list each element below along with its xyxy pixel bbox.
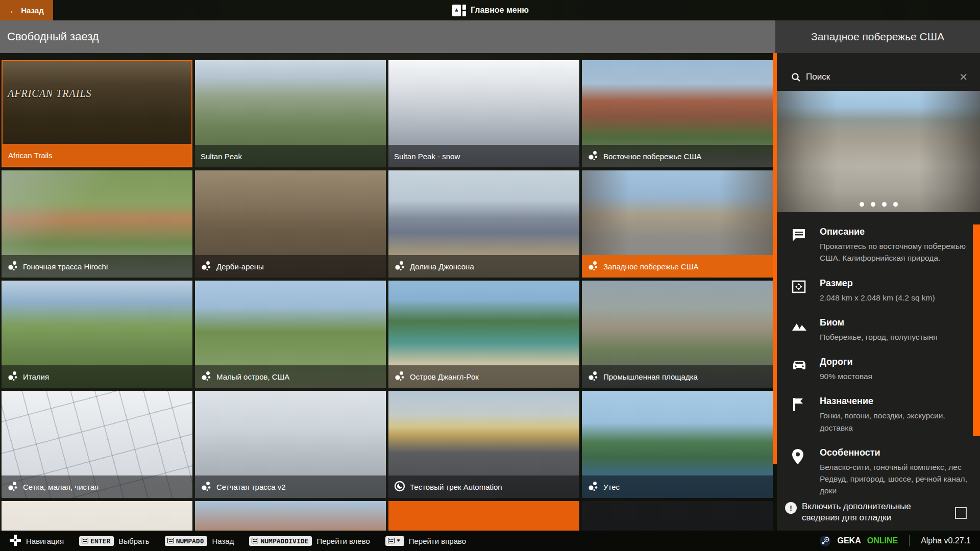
level-name: Восточное побережье США <box>603 152 701 161</box>
info-section-описание: ОписаниеПрокатитесь по восточному побере… <box>791 227 970 264</box>
level-preview-image <box>777 91 980 212</box>
search-icon <box>791 72 801 82</box>
level-tile[interactable]: Западное побережье США <box>582 170 773 278</box>
hint-label: Перейти вправо <box>409 537 467 545</box>
level-tile[interactable] <box>195 501 386 531</box>
page-title-bar: Свободный заезд <box>0 20 775 53</box>
pin-icon <box>791 447 807 497</box>
carousel-dot[interactable] <box>871 202 875 207</box>
spawn-nodes-icon <box>201 481 212 493</box>
level-label-bar: Sultan Peak <box>195 145 386 167</box>
car-icon <box>791 357 807 382</box>
debug-info-toggle[interactable]: ! Включить дополнительные сведения для о… <box>785 501 972 524</box>
level-tile[interactable]: Утес <box>582 391 773 498</box>
level-name: Дерби-арены <box>216 262 264 271</box>
keyboard-icon <box>388 537 395 545</box>
level-label-bar: Промышленная площадка <box>582 365 773 388</box>
level-tile[interactable] <box>388 501 579 531</box>
close-icon[interactable]: ✕ <box>959 71 968 83</box>
automation-icon <box>394 481 405 493</box>
level-name: Sultan Peak <box>201 152 242 161</box>
search-input[interactable]: Поиск ✕ <box>791 68 968 86</box>
level-label-bar: Италия <box>2 365 192 388</box>
bottom-hint-bar: НавигацияENTERВыбратьNUMPAD0НазадNUMPADD… <box>0 531 980 551</box>
level-label-bar: Гоночная трасса Hirochi <box>2 255 192 278</box>
level-tile[interactable]: Гоночная трасса Hirochi <box>2 170 192 278</box>
level-tile[interactable]: Малый остров, США <box>195 281 386 388</box>
level-tile[interactable]: Сетчатая трасса v2 <box>195 391 386 498</box>
chat-icon <box>791 227 807 264</box>
flag-icon <box>791 396 807 434</box>
carousel-dot[interactable] <box>893 202 898 207</box>
preview-carousel-dots[interactable] <box>777 202 980 207</box>
level-name: Остров Джангл-Рок <box>410 372 479 381</box>
level-tile[interactable] <box>582 501 773 531</box>
panel-accent-stripe <box>773 53 777 464</box>
level-label-bar: Дерби-арены <box>195 255 386 278</box>
debug-checkbox[interactable] <box>955 507 967 519</box>
level-tile[interactable] <box>2 501 192 531</box>
thumbnail-overlay-text: AFRICAN TRAILS <box>8 88 92 99</box>
hint-перейти-вправо: *Перейти вправо <box>385 536 466 546</box>
steam-icon <box>819 535 831 547</box>
level-tile[interactable]: Промышленная площадка <box>582 281 773 388</box>
level-name: Италия <box>23 372 49 381</box>
back-label: Назад <box>21 6 43 15</box>
level-name: Sultan Peak - snow <box>394 152 460 161</box>
level-tile[interactable]: Sultan Peak <box>195 60 386 167</box>
key-badge: ENTER <box>79 536 114 546</box>
section-text: 90% мостовая <box>820 370 872 382</box>
mountains-icon <box>791 317 807 343</box>
level-label-bar: Долина Джонсона <box>388 255 579 278</box>
selected-level-title-bar: Западное побережье США <box>775 20 980 53</box>
section-text: Беласко-сити, гоночный комплекс, лес Ред… <box>820 461 968 497</box>
level-tile[interactable]: Остров Джангл-Рок <box>388 281 579 388</box>
main-menu-icon: ★ <box>452 5 466 16</box>
level-tile[interactable]: Восточное побережье США <box>582 60 773 167</box>
section-text: Прокатитесь по восточному побережью США.… <box>820 240 968 264</box>
level-tile[interactable]: Тестовый трек Automation <box>388 391 579 498</box>
hint-label: Выбрать <box>118 537 149 545</box>
search-placeholder: Поиск <box>806 72 954 82</box>
section-title: Особенности <box>820 447 968 458</box>
spawn-nodes-icon <box>394 260 405 273</box>
exclamation-icon: ! <box>785 502 797 514</box>
carousel-dot[interactable] <box>882 202 887 207</box>
level-name: African Trails <box>8 151 53 160</box>
spawn-nodes-icon <box>201 370 212 383</box>
info-section-размер: Размер2.048 km x 2.048 km (4.2 sq km) <box>791 278 970 304</box>
section-text: Побережье, город, полупустыня <box>820 331 938 343</box>
level-tile[interactable]: AFRICAN TRAILSAfrican Trails <box>2 60 192 167</box>
section-text: 2.048 km x 2.048 km (4.2 sq km) <box>820 292 935 304</box>
spawn-nodes-icon <box>394 370 405 383</box>
level-info-sections: ОписаниеПрокатитесь по восточному побере… <box>791 227 970 497</box>
info-section-биом: БиомПобережье, город, полупустыня <box>791 317 970 343</box>
level-label-bar: Утес <box>582 475 773 498</box>
level-name: Гоночная трасса Hirochi <box>23 262 108 271</box>
level-label-bar: Сетка, малая, чистая <box>2 475 192 498</box>
level-tile[interactable]: Сетка, малая, чистая <box>2 391 192 498</box>
level-tile[interactable]: Sultan Peak - snow <box>388 60 579 167</box>
back-arrow-icon: ← <box>9 6 17 15</box>
status-area: GEKA ONLINE Alpha v0.27.1 <box>819 535 971 547</box>
level-grid: AFRICAN TRAILSAfrican TrailsSultan PeakS… <box>2 60 773 531</box>
level-label-bar: Тестовый трек Automation <box>388 475 579 498</box>
panel-scrollbar[interactable] <box>973 224 980 436</box>
level-label-bar: African Trails <box>3 144 191 166</box>
level-name: Западное побережье США <box>603 262 698 271</box>
input-hints: НавигацияENTERВыбратьNUMPAD0НазадNUMPADD… <box>9 534 474 548</box>
info-section-особенности: ОсобенностиБеласко-сити, гоночный компле… <box>791 447 970 497</box>
level-tile[interactable]: Долина Джонсона <box>388 170 579 278</box>
level-tile[interactable]: Дерби-арены <box>195 170 386 278</box>
level-name: Утес <box>603 483 620 491</box>
back-button[interactable]: ← Назад <box>0 0 53 20</box>
selected-level-title: Западное побережье США <box>811 31 944 43</box>
section-title: Описание <box>820 227 968 237</box>
level-label-bar: Западное побережье США <box>582 255 773 278</box>
carousel-dot[interactable] <box>860 202 864 207</box>
spawn-nodes-icon <box>587 150 599 163</box>
level-name: Долина Джонсона <box>410 262 474 271</box>
size-icon <box>791 278 807 304</box>
level-tile[interactable]: Италия <box>2 281 192 388</box>
level-label-bar: Малый остров, США <box>195 365 386 388</box>
